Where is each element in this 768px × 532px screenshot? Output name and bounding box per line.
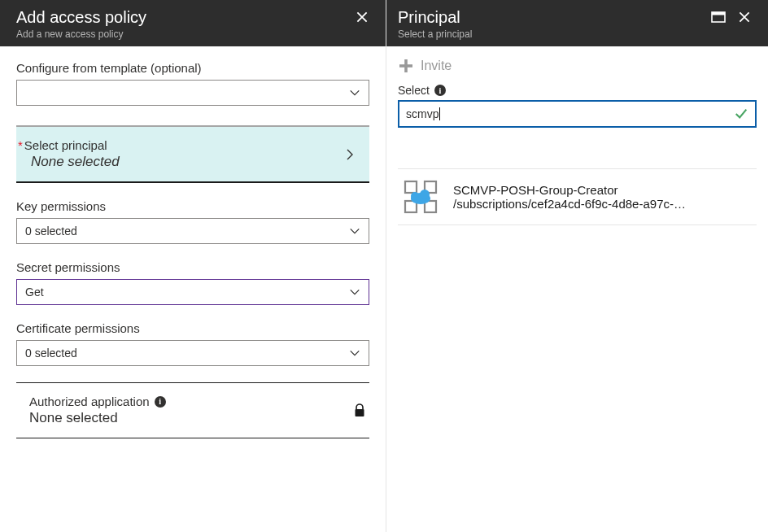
principal-search-wrap: scmvp: [398, 100, 757, 128]
select-principal-row[interactable]: * Select principal None selected: [16, 126, 369, 183]
required-star-icon: *: [18, 138, 23, 152]
svg-point-11: [420, 190, 430, 199]
text-caret-icon: [439, 107, 440, 120]
certificate-permissions-field: Certificate permissions 0 selected: [16, 321, 369, 366]
chevron-down-icon: [349, 225, 360, 237]
chevron-down-icon: [349, 286, 360, 298]
maximize-icon[interactable]: [711, 11, 726, 23]
key-permissions-field: Key permissions 0 selected: [16, 199, 369, 244]
blade-header-actions: [711, 10, 752, 24]
resource-group-icon: [401, 177, 440, 216]
configure-template-field: Configure from template (optional): [16, 61, 369, 106]
principal-result-text: SCMVP-POSH-Group-Creator /subscriptions/…: [453, 183, 753, 211]
principal-result-item[interactable]: SCMVP-POSH-Group-Creator /subscriptions/…: [398, 169, 757, 225]
select-principal-value: None selected: [31, 154, 120, 170]
chevron-down-icon: [349, 347, 360, 359]
add-access-policy-blade: Add access policy Add a new access polic…: [0, 0, 386, 532]
svg-rect-2: [712, 12, 725, 15]
select-principal-label: * Select principal: [18, 138, 120, 152]
blade-body: Invite Select i scmvp: [386, 46, 768, 532]
svg-rect-5: [405, 181, 417, 193]
key-permissions-label: Key permissions: [16, 199, 369, 213]
principal-results: SCMVP-POSH-Group-Creator /subscriptions/…: [398, 168, 757, 225]
check-icon: [734, 107, 748, 121]
invite-label: Invite: [421, 59, 452, 73]
svg-rect-4: [399, 64, 412, 68]
blade-subtitle: Select a principal: [398, 28, 472, 40]
authorized-application-value: None selected: [29, 410, 166, 426]
principal-search-input[interactable]: scmvp: [406, 107, 734, 120]
secret-permissions-value: Get: [25, 286, 44, 299]
certificate-permissions-label: Certificate permissions: [16, 321, 369, 335]
configure-template-label: Configure from template (optional): [16, 61, 369, 75]
secret-permissions-field: Secret permissions Get: [16, 260, 369, 305]
principal-result-title: SCMVP-POSH-Group-Creator: [453, 183, 753, 197]
info-icon[interactable]: i: [155, 396, 166, 408]
certificate-permissions-dropdown[interactable]: 0 selected: [16, 340, 369, 366]
secret-permissions-label: Secret permissions: [16, 260, 369, 274]
chevron-down-icon: [349, 87, 360, 98]
blade-body: Configure from template (optional) * Sel…: [0, 46, 386, 532]
blade-subtitle: Add a new access policy: [16, 28, 146, 40]
configure-template-dropdown[interactable]: [16, 80, 369, 106]
authorized-application-row: Authorized application i None selected: [16, 382, 369, 438]
blade-header: Principal Select a principal: [386, 0, 768, 46]
lock-icon: [353, 403, 366, 418]
key-permissions-value: 0 selected: [25, 225, 77, 238]
certificate-permissions-value: 0 selected: [25, 347, 77, 360]
svg-point-10: [411, 192, 419, 200]
select-principal-inner: * Select principal None selected: [18, 138, 120, 170]
svg-rect-0: [356, 409, 364, 416]
info-icon[interactable]: i: [434, 85, 446, 96]
key-permissions-dropdown[interactable]: 0 selected: [16, 218, 369, 244]
blade-header-titles: Add access policy Add a new access polic…: [16, 8, 146, 40]
blade-title: Principal: [398, 8, 472, 27]
chevron-right-icon: [343, 148, 356, 161]
principal-blade: Principal Select a principal Invite Sele…: [386, 0, 768, 532]
authorized-application-inner: Authorized application i None selected: [29, 395, 166, 426]
secret-permissions-dropdown[interactable]: Get: [16, 279, 369, 305]
plus-icon: [398, 58, 414, 74]
blade-header-actions: [355, 10, 369, 24]
invite-button[interactable]: Invite: [398, 58, 757, 84]
blade-header-titles: Principal Select a principal: [398, 8, 472, 40]
principal-result-subtitle: /subscriptions/cef2a4cd-6f9c-4d8e-a97c-…: [453, 197, 753, 211]
select-label: Select i: [398, 84, 757, 97]
authorized-application-label: Authorized application i: [29, 395, 166, 408]
close-icon[interactable]: [355, 10, 369, 24]
blade-header: Add access policy Add a new access polic…: [0, 0, 386, 46]
blade-title: Add access policy: [16, 8, 146, 27]
close-icon[interactable]: [737, 10, 752, 24]
